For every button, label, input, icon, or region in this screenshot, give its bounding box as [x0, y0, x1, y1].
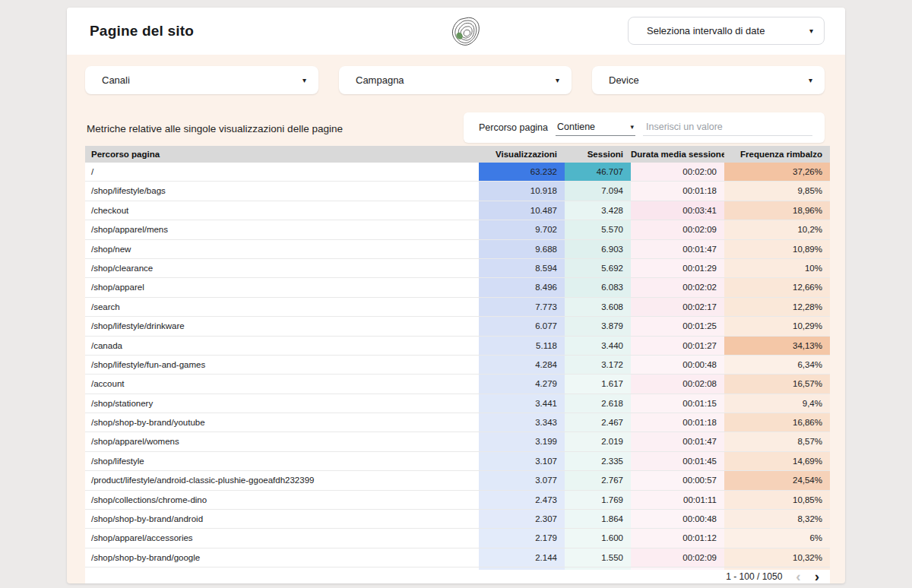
views-cell: 2.473 [479, 491, 565, 509]
sessions-cell: 1.864 [565, 510, 631, 528]
duration-cell: 00:01:27 [631, 337, 724, 355]
views-cell: 3.077 [479, 471, 565, 489]
path-cell: /shop/lifestyle/bags [85, 182, 479, 200]
date-range-selector[interactable]: Seleziona intervallo di date ▾ [628, 17, 825, 45]
chevron-left-icon[interactable]: ‹ [796, 571, 800, 583]
bounce-cell: 6% [724, 529, 830, 547]
filter-value-input[interactable] [643, 119, 812, 136]
sessions-cell: 1.617 [565, 375, 631, 393]
table-row[interactable]: /shop/lifestyle/fun-and-games4.2843.1720… [85, 356, 830, 375]
views-cell: 9.702 [479, 220, 565, 239]
bounce-cell: 10,29% [724, 317, 830, 335]
path-cell: /shop/shop-by-brand/youtube [85, 413, 479, 432]
views-cell: 3.343 [479, 413, 565, 432]
table-row[interactable]: /63.23246.70700:02:0037,26% [85, 163, 830, 182]
filter-dropdown-campagna[interactable]: Campagna ▾ [339, 66, 572, 94]
column-header-views[interactable]: Visualizzazioni [479, 146, 565, 163]
column-header-duration[interactable]: Durata media sessione [631, 146, 724, 163]
page-title: Pagine del sito [90, 8, 194, 55]
filter-operator-select[interactable]: Contiene ▾ [556, 119, 635, 136]
duration-cell: 00:01:45 [631, 452, 724, 470]
table-row[interactable]: /shop/collections/chrome-dino2.4731.7690… [85, 491, 830, 510]
column-header-bounce[interactable]: Frequenza rimbalzo [724, 146, 830, 163]
sessions-cell: 3.879 [565, 317, 631, 335]
table-row[interactable]: /shop/lifestyle3.1072.33500:01:4514,69% [85, 452, 830, 471]
path-cell: /shop/apparel/mens [85, 220, 479, 239]
duration-cell: 00:00:48 [631, 510, 724, 528]
path-cell: /account [85, 375, 479, 393]
bounce-cell: 16,86% [724, 413, 830, 432]
views-cell: 2.307 [479, 510, 565, 528]
path-cell: /shop/new [85, 240, 479, 258]
bounce-cell: 24,54% [724, 471, 830, 489]
sessions-cell: 5.692 [565, 259, 631, 277]
pagination-range-label: 1 - 100 / 1050 [726, 571, 782, 582]
duration-cell: 00:02:08 [631, 375, 724, 393]
sessions-cell: 2.767 [565, 471, 631, 489]
column-header-sessions[interactable]: Sessioni [565, 146, 631, 163]
views-cell: 5.118 [479, 337, 565, 355]
sessions-cell: 6.083 [565, 278, 631, 296]
table-body: /63.23246.70700:02:0037,26%/shop/lifesty… [85, 163, 830, 583]
filter-dropdown-device[interactable]: Device ▾ [592, 66, 825, 94]
filter-label: Device [609, 74, 639, 86]
table-row[interactable]: /search7.7733.60800:02:1712,28% [85, 298, 830, 317]
sessions-cell: 5.570 [565, 220, 631, 239]
table-row[interactable]: /shop/apparel/mens9.7025.57000:02:0910,2… [85, 220, 830, 239]
table-row[interactable]: /shop/new9.6886.90300:01:4710,89% [85, 240, 830, 259]
duration-cell: 00:02:09 [631, 548, 724, 567]
duration-cell: 00:02:09 [631, 220, 724, 239]
table-row[interactable]: /shop/clearance8.5945.69200:01:2910% [85, 259, 830, 278]
sessions-cell: 1.550 [565, 548, 631, 567]
duration-cell: 00:01:47 [631, 432, 724, 450]
bounce-cell: 9,4% [724, 394, 830, 413]
chevron-down-icon: ▾ [809, 27, 813, 35]
table-row[interactable]: /shop/lifestyle/bags10.9187.09400:01:189… [85, 182, 830, 201]
chevron-right-icon[interactable]: › [815, 571, 819, 583]
path-cell: /shop/stationery [85, 394, 479, 413]
sessions-cell: 1.600 [565, 529, 631, 547]
table-row[interactable]: /shop/apparel/accessories2.1791.60000:01… [85, 529, 830, 548]
table-row[interactable]: /shop/apparel/womens3.1992.01900:01:478,… [85, 432, 830, 451]
filter-dropdown-canali[interactable]: Canali ▾ [85, 66, 318, 94]
table-row[interactable]: /shop/shop-by-brand/google2.1441.55000:0… [85, 548, 830, 567]
pages-metrics-table: Percorso pagina Visualizzazioni Sessioni… [85, 146, 830, 583]
filter-label: Campagna [356, 74, 404, 86]
duration-cell: 00:03:41 [631, 201, 724, 220]
table-header-row: Percorso pagina Visualizzazioni Sessioni… [85, 146, 830, 163]
table-row[interactable]: /account4.2791.61700:02:0816,57% [85, 375, 830, 394]
duration-cell: 00:02:17 [631, 298, 724, 316]
table-row[interactable]: /shop/shop-by-brand/youtube3.3432.46700:… [85, 413, 830, 432]
bounce-cell: 8,57% [724, 432, 830, 450]
pagination: 1 - 100 / 1050 ‹ › [85, 570, 830, 583]
table-row[interactable]: /shop/stationery3.4412.61800:01:159,4% [85, 394, 830, 413]
table-row[interactable]: /checkout10.4873.42800:03:4118,96% [85, 201, 830, 220]
path-cell: /shop/shop-by-brand/google [85, 548, 479, 567]
views-cell: 4.279 [479, 375, 565, 393]
column-header-path[interactable]: Percorso pagina [85, 146, 479, 163]
chevron-down-icon: ▾ [302, 76, 306, 84]
path-cell: /canada [85, 337, 479, 355]
path-cell: /shop/lifestyle/fun-and-games [85, 356, 479, 374]
bounce-cell: 16,57% [724, 375, 830, 393]
path-cell: /checkout [85, 201, 479, 220]
sessions-cell: 3.440 [565, 337, 631, 355]
path-cell: /product/lifestyle/android-classic-plush… [85, 471, 479, 489]
duration-cell: 00:01:47 [631, 240, 724, 258]
views-cell: 7.773 [479, 298, 565, 316]
table-row[interactable]: /canada5.1183.44000:01:2734,13% [85, 337, 830, 356]
sessions-cell: 3.608 [565, 298, 631, 316]
table-row[interactable]: /shop/lifestyle/drinkware6.0773.87900:01… [85, 317, 830, 336]
table-row[interactable]: /product/lifestyle/android-classic-plush… [85, 471, 830, 490]
table-row[interactable]: /shop/apparel8.4966.08300:02:0212,66% [85, 278, 830, 297]
table-row[interactable]: /shop/shop-by-brand/android2.3071.86400:… [85, 510, 830, 529]
views-cell: 2.179 [479, 529, 565, 547]
contour-logo-icon [450, 15, 482, 49]
bounce-cell: 10% [724, 259, 830, 277]
duration-cell: 00:01:18 [631, 182, 724, 200]
views-cell: 8.496 [479, 278, 565, 296]
path-cell: /shop/clearance [85, 259, 479, 277]
views-cell: 8.594 [479, 259, 565, 277]
bounce-cell: 34,13% [724, 337, 830, 355]
duration-cell: 00:02:00 [631, 163, 724, 181]
